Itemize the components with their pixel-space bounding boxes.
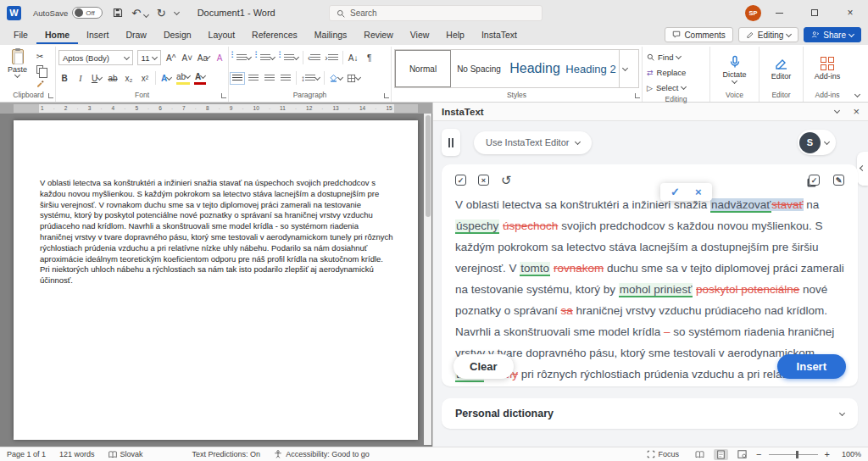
shrink-font-button[interactable]: A˅ [181,52,193,64]
increase-indent-button[interactable]: › [325,52,337,64]
suggestion-segment-del[interactable]: rovnakom [554,262,604,275]
font-color-button[interactable]: A [194,72,206,85]
bold-button[interactable]: B [58,72,70,85]
zoom-slider[interactable] [769,454,818,455]
account-menu[interactable]: S [798,130,836,155]
clear-button[interactable]: Clear [453,354,514,379]
font-name-combo[interactable]: Aptos (Body) [58,50,133,65]
addins-button[interactable]: Add-ins [806,47,849,90]
suggestion-segment-del-sel[interactable]: stavať [771,198,803,211]
pause-button[interactable] [442,129,460,156]
ribbon-tab-home[interactable]: Home [36,27,78,44]
subscript-button[interactable]: x₂ [123,72,135,85]
ribbon-tab-design[interactable]: Design [155,27,200,44]
numbered-list-button[interactable] [255,52,275,64]
paste-button[interactable]: Paste [4,47,31,90]
paragraph-dialog-launcher[interactable] [384,93,389,98]
decrease-indent-button[interactable]: ‹ [308,52,320,64]
suggestion-segment-del[interactable]: úspechoch [503,219,558,232]
cut-icon[interactable]: ✂ [34,50,46,63]
comments-button[interactable]: Comments [665,27,732,42]
ribbon-tab-instatext[interactable]: InstaText [473,27,526,44]
suggestion-segment-dash[interactable]: – [664,325,670,338]
align-right-button[interactable] [264,72,275,85]
user-avatar[interactable]: SP [745,5,761,21]
close-button[interactable]: × [832,0,868,25]
italic-button[interactable]: I [75,72,86,85]
ribbon-tab-view[interactable]: View [402,27,438,44]
personal-dictionary-section[interactable]: Personal dictionary [442,398,858,429]
reject-suggestion-button[interactable]: × [695,186,702,198]
web-layout-button[interactable] [735,449,749,460]
accept-suggestion-button[interactable]: ✓ [670,186,680,198]
dictate-button[interactable]: Dictate [713,47,756,90]
ribbon-tab-draw[interactable]: Draw [117,27,155,44]
align-left-button[interactable] [231,72,243,85]
autosave-control[interactable]: AutoSave Off [33,7,103,19]
underline-button[interactable]: U [91,72,103,85]
scrollbar-thumb[interactable] [426,115,431,217]
editor-button[interactable]: Editor [762,47,800,90]
share-button[interactable]: Share [804,27,861,42]
style-no-spacing[interactable]: No Spacing [451,50,507,87]
zoom-in-button[interactable]: + [825,449,830,459]
insert-button[interactable]: Insert [777,354,846,379]
multilevel-list-button[interactable] [279,52,298,64]
change-case-button[interactable]: Aa [198,52,209,64]
text-predictions-status[interactable]: Text Predictions: On [192,450,261,458]
accessibility-status[interactable]: Accessibility: Good to go [274,450,370,458]
clipboard-dialog-launcher[interactable] [48,93,53,98]
align-center-button[interactable] [248,72,259,85]
reject-all-icon[interactable]: × [478,175,489,186]
document-paragraph[interactable]: V oblasti letectva sa konštruktéri a inž… [14,120,418,286]
zoom-out-button[interactable]: − [756,449,761,459]
copy-icon[interactable] [34,64,46,76]
editing-mode-button[interactable]: Editing [738,27,799,42]
panel-collapse-handle[interactable] [857,152,868,186]
font-dialog-launcher[interactable] [221,93,226,98]
ribbon-tab-references[interactable]: References [243,27,306,44]
word-count[interactable]: 121 words [59,450,95,458]
grow-font-button[interactable]: A^ [165,52,177,64]
focus-mode-button[interactable]: Focus [647,450,680,458]
print-layout-button[interactable] [714,449,728,460]
clear-formatting-button[interactable]: A [214,52,225,64]
minimize-button[interactable] [761,0,797,25]
customize-qat-icon[interactable] [174,8,180,14]
compare-text-icon[interactable]: ✎ [833,175,844,186]
suggestion-segment-ins[interactable]: tomto [520,262,550,276]
ribbon-tab-file[interactable]: File [5,27,36,44]
bullet-list-button[interactable] [231,52,251,64]
account-avatar[interactable]: S [799,132,821,153]
document-scrollbar[interactable] [424,114,431,445]
find-button[interactable]: Find [647,51,705,64]
word-logo-icon[interactable]: W [7,6,21,20]
text-effects-button[interactable]: A [160,72,172,85]
replace-button[interactable]: ⇄Replace [647,66,705,79]
save-icon[interactable] [113,8,123,18]
show-marks-button[interactable]: ¶ [364,52,376,64]
style-heading1[interactable]: Heading [507,50,563,87]
styles-more-button[interactable] [619,50,631,87]
document-page[interactable]: V oblasti letectva sa konštruktéri a inž… [14,120,418,440]
strikethrough-button[interactable]: ab [107,72,119,85]
highlight-color-button[interactable]: ab [176,72,190,85]
zoom-slider-thumb[interactable] [796,451,799,458]
font-size-combo[interactable]: 11 [137,50,161,65]
collapse-ribbon-icon[interactable] [854,92,860,97]
page-indicator[interactable]: Page 1 of 1 [7,450,46,458]
ribbon-tab-insert[interactable]: Insert [78,27,117,44]
restore-button[interactable] [797,0,832,25]
line-spacing-button[interactable]: ↕ [301,72,320,85]
search-input[interactable]: Search [329,5,542,21]
accept-all-icon[interactable]: ✓ [455,175,466,186]
copy-text-icon[interactable]: ✓ [809,175,820,186]
redo-icon[interactable]: ↻ [157,7,166,19]
panel-options-chevron-icon[interactable] [834,108,840,114]
ribbon-tab-layout[interactable]: Layout [200,27,244,44]
suggestion-segment-ins[interactable]: mohol priniesť [619,283,693,297]
borders-button[interactable] [347,72,360,85]
zoom-level[interactable]: 100% [842,450,861,458]
undo-suggestion-icon[interactable]: ↺ [501,175,512,186]
suggestion-segment-del[interactable]: poskytol potenciálne [696,283,799,296]
